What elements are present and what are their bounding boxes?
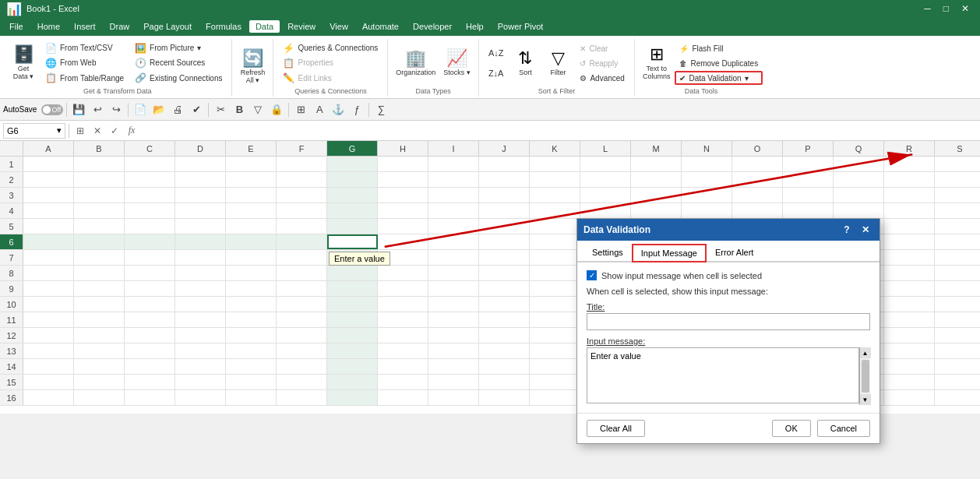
cell-H2[interactable] [378,172,428,187]
cell-F7[interactable] [277,250,327,265]
cell-B5[interactable] [74,219,125,234]
expand-formula-button[interactable]: ⊞ [72,123,88,139]
clear-button[interactable]: ✕ Clear [575,41,629,55]
cell-F6[interactable] [277,234,327,249]
text-to-columns-button[interactable]: ⊞ Text toColumns [640,41,674,86]
cancel-formula-button[interactable]: ✕ [90,123,105,139]
advanced-button[interactable]: ⚙ Advanced [575,71,629,85]
stocks-button[interactable]: 📈 Stocks ▾ [440,41,474,86]
cell-O2[interactable] [732,172,783,187]
scroll-thumb[interactable] [862,360,869,393]
tab-error-alert[interactable]: Error Alert [707,244,763,262]
cell-D1[interactable] [175,157,226,171]
sort-button[interactable]: ⇅ Sort [509,41,541,86]
cell-C2[interactable] [125,172,175,187]
cell-B4[interactable] [74,203,125,218]
from-picture-button[interactable]: 🖼️ From Picture ▾ [130,41,227,55]
cell-C5[interactable] [125,219,175,234]
queries-connections-button[interactable]: ⚡ Queries & Connections [278,41,382,55]
cell-F3[interactable] [277,188,327,203]
menu-data[interactable]: Data [249,20,280,33]
cell-I6[interactable] [428,234,479,249]
col-header-Q[interactable]: Q [834,141,884,156]
cell-J7[interactable] [479,250,530,265]
row-header-6[interactable]: 6 [0,234,23,249]
filter-toolbar-button[interactable]: ▽ [249,101,266,118]
cell-G4[interactable] [327,203,378,218]
reapply-button[interactable]: ↺ Reapply [575,56,629,70]
cell-I1[interactable] [428,157,479,171]
menu-power-pivot[interactable]: Power Pivot [492,20,550,33]
cell-S5[interactable] [935,219,980,234]
remove-duplicates-button[interactable]: 🗑 Remove Duplicates [675,56,763,70]
recent-sources-button[interactable]: 🕐 Recent Sources [130,56,227,70]
menu-home[interactable]: Home [31,20,66,33]
cell-H6[interactable] [378,234,428,249]
confirm-formula-button[interactable]: ✓ [107,123,122,139]
autosave-toggle[interactable]: Off [41,104,63,115]
from-table-range-button[interactable]: 📋 From Table/Range [41,71,129,85]
cell-D6[interactable] [175,234,226,249]
col-header-L[interactable]: L [580,141,631,156]
cell-N3[interactable] [682,188,732,203]
extra-btn1[interactable]: ∑ [372,101,390,118]
undo-button[interactable]: ↩ [89,101,106,118]
anchor-button[interactable]: ⚓ [330,101,347,118]
col-header-O[interactable]: O [732,141,783,156]
sort-az-button[interactable]: A↓Z [484,46,509,60]
properties-button[interactable]: 📋 Properties [278,56,382,70]
cancel-button[interactable]: Cancel [817,420,870,437]
row-header-3[interactable]: 3 [0,188,23,203]
cell-J6[interactable] [479,234,530,249]
menu-file[interactable]: File [3,20,30,33]
cell-M3[interactable] [631,188,682,203]
cell-K2[interactable] [530,172,580,187]
cell-L4[interactable] [580,203,631,218]
col-header-P[interactable]: P [783,141,834,156]
dialog-help-button[interactable]: ? [839,222,855,238]
cell-A4[interactable] [23,203,74,218]
cell-R4[interactable] [884,203,935,218]
cell-M2[interactable] [631,172,682,187]
cell-N1[interactable] [682,157,732,171]
cell-E4[interactable] [226,203,277,218]
cell-G5[interactable] [327,219,378,234]
cell-R3[interactable] [884,188,935,203]
row-header-4[interactable]: 4 [0,203,23,218]
cell-H5[interactable] [378,219,428,234]
cell-J4[interactable] [479,203,530,218]
cell-N2[interactable] [682,172,732,187]
data-validation-dialog[interactable]: Data Validation ? ✕ Settings Input Messa… [576,218,880,444]
cell-C4[interactable] [125,203,175,218]
minimize-button[interactable]: ─ [919,3,936,14]
row-header-10[interactable]: 10 [0,297,23,312]
cell-I5[interactable] [428,219,479,234]
cell-A3[interactable] [23,188,74,203]
cell-H3[interactable] [378,188,428,203]
cell-L1[interactable] [580,157,631,171]
show-message-checkbox[interactable]: ✓ [587,270,597,280]
scroll-up-arrow[interactable]: ▲ [860,347,871,358]
cell-L2[interactable] [580,172,631,187]
cell-Q3[interactable] [834,188,884,203]
row-header-15[interactable]: 15 [0,375,23,389]
filter-button[interactable]: ▽ Filter [542,41,573,86]
cell-R5[interactable] [884,219,935,234]
refresh-all-button[interactable]: 🔄 RefreshAll ▾ [237,44,268,90]
cell-K1[interactable] [530,157,580,171]
cell-R6[interactable] [884,234,935,249]
col-header-H[interactable]: H [378,141,428,156]
cell-B6[interactable] [74,234,125,249]
flash-fill-button[interactable]: ⚡ Flash Fill [675,41,763,55]
cell-O4[interactable] [732,203,783,218]
cell-B1[interactable] [74,157,125,171]
menu-automate[interactable]: Automate [356,20,405,33]
cell-D4[interactable] [175,203,226,218]
cell-P2[interactable] [783,172,834,187]
cell-M4[interactable] [631,203,682,218]
text-size-button[interactable]: A [311,101,328,118]
cell-S6[interactable] [935,234,980,249]
col-header-K[interactable]: K [530,141,580,156]
bold-button[interactable]: B [231,101,248,118]
cell-C3[interactable] [125,188,175,203]
